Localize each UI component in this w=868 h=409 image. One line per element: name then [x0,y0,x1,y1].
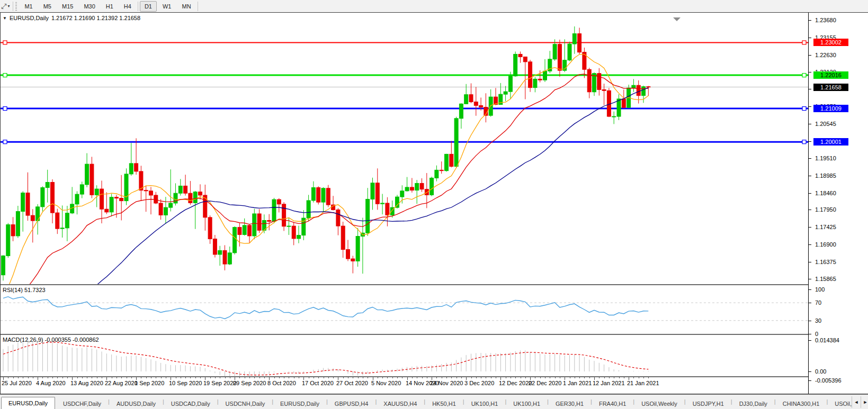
time-axis-label: 8 Oct 2020 [267,380,296,386]
chart-shift-marker[interactable] [673,17,681,21]
time-axis-minor-tick [62,377,63,378]
time-axis-minor-tick [18,377,19,378]
line-handle[interactable] [802,107,806,111]
price-axis-label: 1.18460 [815,189,836,197]
time-axis-minor-tick [181,377,181,378]
time-axis-minor-tick [555,377,556,378]
time-axis-minor-tick [318,377,319,378]
chart-symbol-label: EURUSD,Daily [10,15,49,21]
time-axis-minor-tick [42,377,43,378]
time-axis-minor-tick [378,377,378,378]
time-axis-minor-tick [156,377,156,378]
time-axis-minor-tick [353,377,353,378]
time-axis-minor-tick [639,377,639,378]
price-axis-tick [809,141,811,142]
time-axis-minor-tick [412,377,413,378]
time-axis-label: 22 Aug 2020 [105,380,138,386]
hline-price-badge: 1.23002 [813,39,848,46]
chart-tab-usdcnh-daily[interactable]: USDCNH,Daily [219,398,272,409]
chart-tab-fra40-h1[interactable]: FRA40,H1 [592,398,633,409]
line-handle[interactable] [3,74,7,77]
chart-tab-eurusd-daily[interactable]: EURUSD,Daily [1,397,55,409]
line-handle[interactable] [3,41,7,44]
line-handle[interactable] [802,41,806,44]
time-axis-minor-tick [451,377,452,378]
price-axis-tick [809,227,811,228]
line-handle[interactable] [802,140,806,144]
time-axis-minor-tick [185,377,186,378]
time-axis-minor-tick [254,377,255,378]
price-chart-canvas[interactable] [1,13,808,284]
tab-scroll-left-button[interactable]: ◄ [852,396,861,408]
crosshair-tool-button[interactable]: ⤢ ▾ [0,1,12,12]
chart-tab-dj30-daily[interactable]: DJ30,Daily [732,398,774,409]
horizontal-line-1.23002[interactable] [1,41,808,44]
line-handle[interactable] [802,74,806,77]
time-axis-label: 3 Dec 2020 [464,380,494,386]
chart-tab-uk100-h1[interactable]: UK100,H1 [464,398,505,409]
timeframe-button-m30[interactable]: M30 [79,1,100,12]
time-axis-minor-tick [230,377,230,378]
timeframe-button-m15[interactable]: M15 [57,1,78,12]
timeframe-button-m1[interactable]: M1 [20,1,37,12]
chart-tab-hk50-h1[interactable]: HK50,H1 [425,398,463,409]
time-axis-minor-tick [436,377,437,378]
time-axis-minor-tick [210,377,211,378]
price-axis-tick [809,244,811,245]
time-axis-minor-tick [363,377,363,378]
price-axis-tick [809,158,811,159]
macd-pane-canvas[interactable] [1,335,808,376]
price-axis-tick [809,55,811,56]
price-axis-label: 1.15865 [815,275,836,283]
time-axis-minor-tick [190,377,191,378]
arrow-left-icon: ◄ [854,399,859,405]
time-axis[interactable]: 25 Jul 20204 Aug 202013 Aug 202022 Aug 2… [1,377,808,394]
chart-tab-xauusd-h4[interactable]: XAUUSD,H4 [377,398,424,409]
timeframe-button-d1[interactable]: D1 [140,1,157,12]
horizontal-line-1.22016[interactable] [1,74,808,77]
horizontal-line-1.20001[interactable] [1,140,808,144]
time-axis-minor-tick [446,377,447,378]
chart-tab-usdjpy-h1[interactable]: USDJPY,H1 [686,398,731,409]
price-axis-tick [809,262,811,262]
timeframe-button-m5[interactable]: M5 [39,1,56,12]
macd-axis-tick [809,371,811,372]
horizontal-line-1.21009[interactable] [1,107,808,111]
time-axis-minor-tick [633,377,634,378]
price-axis-tick [809,72,811,72]
collapse-indicators-icon[interactable]: ▼ [3,16,7,21]
chart-tab-eurusd-daily[interactable]: EURUSD,Daily [273,398,326,409]
rsi-pane-canvas[interactable] [1,285,808,334]
chart-tab-usdchf-daily[interactable]: USDCHF,Daily [56,398,108,409]
chart-tab-usoil-[interactable]: USOil, [828,398,852,409]
tab-scroll-right-button[interactable]: ► [861,396,868,408]
chart-tab-uk100-h1[interactable]: UK100,H1 [506,398,547,409]
time-axis-minor-tick [486,377,486,378]
time-axis-minor-tick [121,377,122,378]
timeframe-button-w1[interactable]: W1 [158,1,176,12]
macd-axis-label: -0.005396 [815,377,842,384]
price-axis-label: 1.23680 [815,16,836,24]
chart-tab-ger30-h1[interactable]: GER30,H1 [549,398,590,409]
line-handle[interactable] [3,107,7,111]
chart-tab-china300-h1[interactable]: CHINA300,H1 [776,398,827,409]
time-axis-minor-tick [506,377,506,378]
time-axis-label: 29 Sep 2020 [233,380,266,386]
line-handle[interactable] [3,140,7,144]
time-axis-minor-tick [324,377,324,378]
time-axis-minor-tick [141,377,141,378]
timeframe-button-h1[interactable]: H1 [101,1,118,12]
chart-tab-usdcad-daily[interactable]: USDCAD,Daily [164,398,217,409]
time-axis-minor-tick [491,377,491,378]
timeframe-button-mn[interactable]: MN [177,1,195,12]
timeframe-button-h4[interactable]: H4 [119,1,136,12]
price-axis-tick [809,279,811,279]
chart-tab-audusd-daily[interactable]: AUDUSD,Daily [110,398,163,409]
time-axis-minor-tick [560,377,560,378]
time-axis-minor-tick [220,377,220,378]
price-axis[interactable]: 1.236801.231551.226301.221201.215951.210… [808,13,868,394]
toolbar-divider [138,2,138,11]
chart-tab-gbpusd-h4[interactable]: GBPUSD,H4 [328,398,375,409]
chart-tab-usoil-weekly[interactable]: USOil,Weekly [634,398,684,409]
toolbar-grip-handle[interactable] [15,2,17,11]
